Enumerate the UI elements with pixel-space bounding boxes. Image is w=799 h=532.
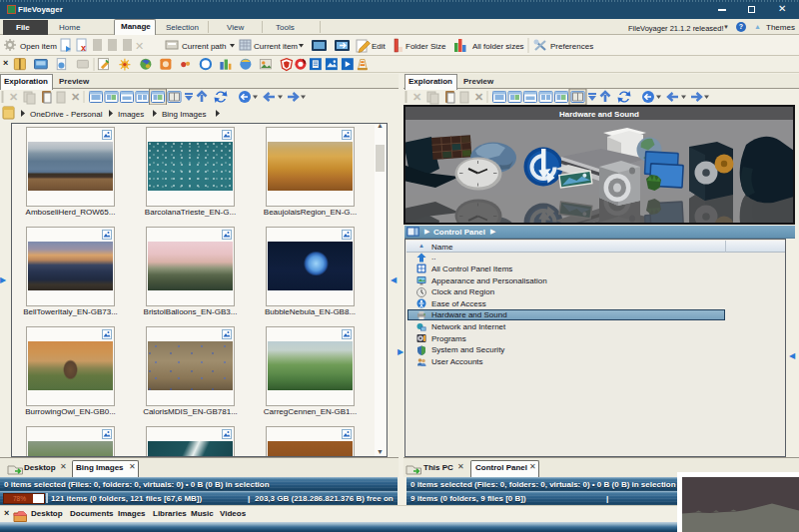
- svg-text:OneDrive - Personal: OneDrive - Personal: [30, 110, 103, 119]
- svg-text:✕: ✕: [135, 40, 144, 52]
- svg-text:Images: Images: [118, 110, 144, 119]
- svg-text:Bing Images: Bing Images: [162, 110, 206, 119]
- svg-text:Current item: Current item: [254, 42, 298, 51]
- svg-text:✕: ✕: [474, 91, 483, 103]
- svg-text:x: x: [81, 43, 86, 53]
- svg-text:All folder sizes: All folder sizes: [472, 42, 524, 51]
- svg-text:Edit: Edit: [372, 42, 387, 51]
- svg-text:×: ×: [3, 58, 8, 68]
- svg-text:Preferences: Preferences: [550, 42, 593, 51]
- svg-text:Open item: Open item: [20, 42, 57, 51]
- svg-text:Folder Size: Folder Size: [405, 42, 446, 51]
- svg-text:Current path: Current path: [182, 42, 226, 51]
- svg-text:✕: ✕: [71, 91, 80, 103]
- svg-text:✕: ✕: [9, 91, 18, 103]
- svg-text:Hardware and Sound: Hardware and Sound: [559, 110, 639, 119]
- svg-text:✕: ✕: [412, 91, 421, 103]
